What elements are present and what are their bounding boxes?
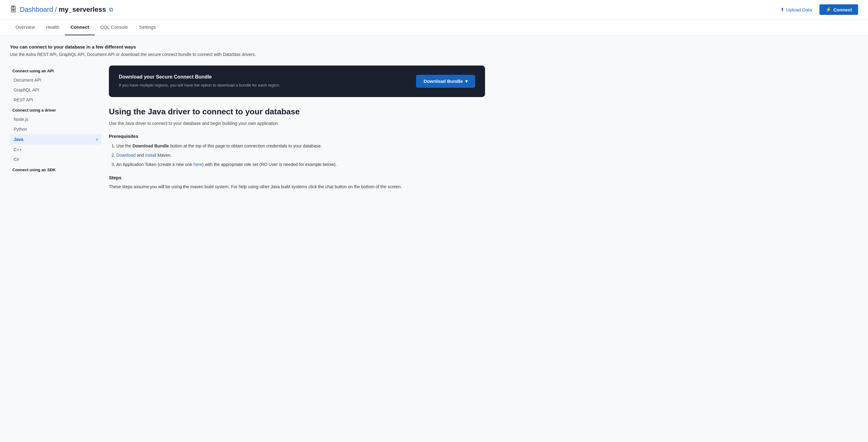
steps-desc: These steps assume you will be using the… [109,183,485,190]
sidebar-item-document-api[interactable]: Document API [10,75,101,85]
copy-icon[interactable]: ⧉ [109,6,113,13]
upload-data-button[interactable]: ⬆ Upload Data [777,5,816,14]
connect-button[interactable]: ⚡ Connect [819,4,858,15]
sidebar-section-api: Connect using an API [10,66,101,75]
sidebar-section-sdk: Connect using an SDK [10,164,101,174]
sidebar-item-csharp[interactable]: C# [10,155,101,164]
chevron-right-icon: › [96,137,98,142]
content-section: Using the Java driver to connect to your… [109,107,485,191]
bundle-card: Download your Secure Connect Bundle If y… [109,66,485,97]
page-intro-desc: Use the Astra REST API, GraphQL API, Doc… [10,52,485,57]
tab-health[interactable]: Health [40,20,65,35]
page-content: You can connect to your database in a fe… [0,36,495,199]
chevron-down-icon: ▾ [465,78,468,84]
tab-overview[interactable]: Overview [10,20,40,35]
prerequisites-heading: Prerequisites [109,134,485,139]
upload-label: Upload Data [786,7,812,12]
page-intro-title: You can connect to your database in a fe… [10,44,485,49]
breadcrumb: Dashboard / my_serverless [20,6,106,13]
connect-label: Connect [833,7,852,12]
here-link[interactable]: here [194,162,202,167]
prerequisites-list: Use the Download Bundle button at the to… [109,142,485,168]
breadcrumb-separator: / [55,6,57,13]
download-bundle-button[interactable]: Download Bundle ▾ [416,75,475,88]
sidebar-section-driver: Connect using a driver [10,105,101,114]
breadcrumb-current: my_serverless [59,6,106,13]
header: 🗄 Dashboard / my_serverless ⧉ ⬆ Upload D… [0,0,868,20]
tab-connect[interactable]: Connect [65,20,95,35]
tab-cql-console[interactable]: CQL Console [95,20,134,35]
header-left: 🗄 Dashboard / my_serverless ⧉ [10,6,113,13]
connect-icon: ⚡ [826,7,832,12]
download-link[interactable]: Download [116,153,135,158]
sidebar-item-python[interactable]: Python [10,124,101,134]
steps-heading: Steps [109,175,485,180]
content-title: Using the Java driver to connect to your… [109,107,485,116]
main-panel: Download your Secure Connect Bundle If y… [109,66,485,190]
database-icon: 🗄 [10,6,17,13]
bundle-card-title: Download your Secure Connect Bundle [119,74,280,80]
prereq-bold-1: Download Bundle [132,143,169,148]
sidebar-item-java[interactable]: Java › [10,134,101,145]
bundle-card-desc: If you have multiple regions, you will h… [119,82,280,89]
tabs-bar: Overview Health Connect CQL Console Sett… [0,20,868,36]
main-layout: Connect using an API Document API GraphQ… [10,66,485,190]
sidebar-item-cpp[interactable]: C++ [10,145,101,155]
content-subtitle: Use the Java driver to connect to your d… [109,120,485,127]
header-right: ⬆ Upload Data ⚡ Connect [777,4,858,15]
download-bundle-label: Download Bundle [424,78,463,84]
sidebar-item-rest-api[interactable]: REST API [10,95,101,105]
install-link[interactable]: install [145,153,156,158]
prereq-item-2: Download and install Maven. [116,152,485,159]
bundle-card-text: Download your Secure Connect Bundle If y… [119,74,280,89]
upload-icon: ⬆ [780,7,784,12]
sidebar-item-graphql-api[interactable]: GraphQL API [10,85,101,95]
sidebar: Connect using an API Document API GraphQ… [10,66,109,174]
prereq-item-1: Use the Download Bundle button at the to… [116,142,485,149]
prereq-item-3: An Application Token (create a new one h… [116,161,485,168]
breadcrumb-dashboard-link[interactable]: Dashboard [20,6,53,13]
tab-settings[interactable]: Settings [133,20,161,35]
sidebar-item-nodejs[interactable]: Node.js [10,114,101,124]
